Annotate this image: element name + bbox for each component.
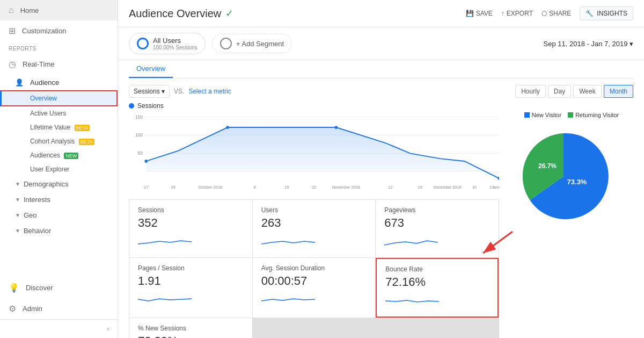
sparkline-pages-session xyxy=(138,291,192,307)
time-btn-hourly[interactable]: Hourly xyxy=(515,85,546,98)
svg-text:26.7%: 26.7% xyxy=(538,162,557,170)
svg-text:12: 12 xyxy=(389,185,393,190)
home-icon: ⌂ xyxy=(9,5,14,15)
arrow-icon: ▼ xyxy=(15,181,20,187)
time-btn-month[interactable]: Month xyxy=(604,85,633,98)
vs-label: VS. xyxy=(174,88,184,95)
page-title: Audience Overview ✓ xyxy=(129,8,233,20)
share-icon: ⬡ xyxy=(541,10,547,17)
topbar-actions: 💾 SAVE ↑ EXPORT ⬡ SHARE 🔧 INSIGHTS xyxy=(466,6,633,20)
sparkline-avg-session xyxy=(261,291,315,307)
share-button[interactable]: ⬡ SHARE xyxy=(541,10,571,17)
select-metric-link[interactable]: Select a metric xyxy=(188,88,231,95)
sidebar-item-overview[interactable]: Overview xyxy=(0,90,118,106)
svg-text:50: 50 xyxy=(138,150,143,156)
sidebar-collapse-button[interactable]: ‹ xyxy=(0,319,118,338)
export-icon: ↑ xyxy=(501,10,504,17)
pie-legend-returning: Returning Visitor xyxy=(568,112,619,118)
tab-bar: Overview xyxy=(129,60,633,78)
metric-sessions: Sessions 352 xyxy=(129,200,252,257)
segment-circle xyxy=(137,38,149,49)
svg-text:Janua...: Janua... xyxy=(492,185,499,190)
time-btn-day[interactable]: Day xyxy=(548,85,571,98)
svg-text:100: 100 xyxy=(135,132,143,138)
svg-point-11 xyxy=(226,126,229,129)
segment-info: All Users 100.00% Sessions xyxy=(153,37,197,51)
svg-text:73.3%: 73.3% xyxy=(567,178,587,186)
metric-users: Users 263 xyxy=(253,200,376,257)
time-btn-week[interactable]: Week xyxy=(573,85,601,98)
svg-text:15: 15 xyxy=(284,185,289,190)
verified-icon: ✓ xyxy=(225,8,233,19)
export-button[interactable]: ↑ EXPORT xyxy=(501,10,533,17)
sessions-legend: Sessions xyxy=(129,102,633,110)
line-chart: 150 100 50 xyxy=(129,112,499,195)
sidebar-item-audiences[interactable]: Audiences NEW xyxy=(0,148,118,162)
chart-section: 150 100 50 xyxy=(129,112,499,338)
svg-text:150: 150 xyxy=(135,114,143,119)
sidebar-item-discover[interactable]: 💡 Discover xyxy=(0,277,118,298)
svg-point-12 xyxy=(335,126,338,129)
svg-text:17: 17 xyxy=(144,185,148,190)
save-icon: 💾 xyxy=(466,10,474,17)
sidebar-item-active-users[interactable]: Active Users xyxy=(0,106,118,120)
time-buttons: Hourly Day Week Month xyxy=(515,85,633,98)
pie-legend-new: New Visitor xyxy=(524,112,561,118)
save-button[interactable]: 💾 SAVE xyxy=(466,10,493,17)
metric-bounce-rate: Bounce Rate 72.16% xyxy=(376,258,499,318)
insights-button[interactable]: 🔧 INSIGHTS xyxy=(580,6,633,20)
arrow-icon-behavior: ▼ xyxy=(15,228,20,234)
segment-bar: All Users 100.00% Sessions + Add Segment… xyxy=(118,27,644,60)
sparkline-bounce xyxy=(385,292,439,308)
metrics-grid: Sessions 352 Users 263 xyxy=(129,199,499,318)
svg-text:October 2018: October 2018 xyxy=(199,185,223,190)
metric-avg-session: Avg. Session Duration 00:00:57 xyxy=(253,258,376,318)
metric-pageviews: Pageviews 673 xyxy=(376,200,499,257)
sidebar-item-lifetime-value[interactable]: Lifetime Value BETA xyxy=(0,120,118,134)
date-range-selector[interactable]: Sep 11, 2018 - Jan 7, 2019 ▾ xyxy=(544,40,633,48)
pie-legend: New Visitor Returning Visitor xyxy=(510,112,633,118)
svg-text:10: 10 xyxy=(472,185,477,190)
returning-visitor-color xyxy=(568,112,573,118)
sessions-dropdown[interactable]: Sessions ▾ xyxy=(129,85,170,98)
sidebar-item-customization[interactable]: ⊞ Customization xyxy=(0,20,118,41)
sidebar-item-user-explorer[interactable]: User Explorer xyxy=(0,162,118,176)
content-area: Overview Sessions ▾ VS. Select a metric … xyxy=(118,60,644,338)
svg-text:December 2018: December 2018 xyxy=(433,185,461,190)
arrow-icon-geo: ▼ xyxy=(15,212,20,218)
chart-and-pie: 150 100 50 xyxy=(129,112,633,338)
sidebar-item-cohort-analysis[interactable]: Cohort Analysis BETA xyxy=(0,134,118,148)
gear-icon: ⚙ xyxy=(9,304,16,314)
arrow-icon-interests: ▼ xyxy=(15,197,20,203)
new-visitor-color xyxy=(524,112,530,118)
lightbulb-icon: 💡 xyxy=(9,283,19,293)
metric-selector: Sessions ▾ VS. Select a metric xyxy=(129,85,231,98)
metric-pages-session: Pages / Session 1.91 xyxy=(129,258,252,318)
all-users-segment[interactable]: All Users 100.00% Sessions xyxy=(129,33,206,54)
person-icon: 👤 xyxy=(15,78,24,87)
metric-new-sessions: % New Sessions 73.30% xyxy=(129,318,252,338)
grid-icon: ⊞ xyxy=(9,26,16,36)
svg-text:19: 19 xyxy=(418,185,422,190)
sidebar-item-realtime[interactable]: ◷ Real-Time xyxy=(0,54,118,75)
sessions-legend-dot xyxy=(129,103,134,109)
sparkline-sessions xyxy=(138,233,192,249)
tab-overview[interactable]: Overview xyxy=(129,60,173,78)
sidebar-item-admin[interactable]: ⚙ Admin xyxy=(0,298,118,319)
beta-badge-cohort: BETA xyxy=(79,139,94,145)
sidebar-item-behavior[interactable]: ▼ Behavior xyxy=(0,223,118,239)
sparkline-pageviews xyxy=(384,233,438,249)
svg-marker-9 xyxy=(146,127,499,178)
sidebar-item-interests[interactable]: ▼ Interests xyxy=(0,192,118,207)
add-segment-button[interactable]: + Add Segment xyxy=(212,34,292,53)
segment-left: All Users 100.00% Sessions + Add Segment xyxy=(129,33,292,54)
add-segment-circle xyxy=(220,38,232,49)
new-badge: NEW xyxy=(64,153,78,159)
chart-svg: 150 100 50 xyxy=(129,112,499,192)
sidebar-item-geo[interactable]: ▼ Geo xyxy=(0,207,118,223)
sidebar-item-audience[interactable]: 👤 Audience xyxy=(0,75,118,90)
topbar: Audience Overview ✓ 💾 SAVE ↑ EXPORT ⬡ SH… xyxy=(118,0,644,27)
sidebar-item-home[interactable]: ⌂ Home xyxy=(0,0,118,20)
sidebar-item-demographics[interactable]: ▼ Demographics xyxy=(0,176,118,192)
svg-text:November 2018: November 2018 xyxy=(332,185,360,190)
